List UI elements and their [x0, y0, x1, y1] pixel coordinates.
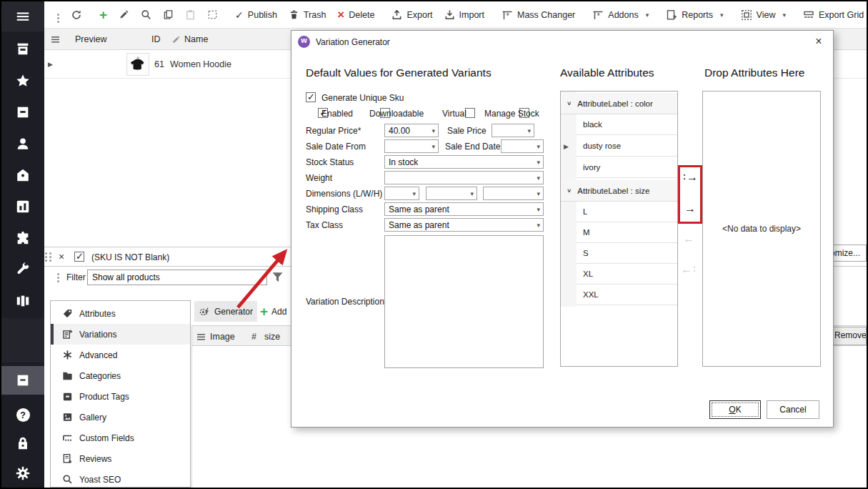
view-dropdown[interactable]: View — [735, 5, 792, 25]
attribute-group-color[interactable]: ∨AttributeLabel : color — [561, 93, 677, 114]
sidebar-item-pages[interactable] — [1, 287, 44, 315]
addons-dropdown[interactable]: *Addons — [587, 5, 654, 25]
column-header-size[interactable]: size — [264, 332, 280, 342]
virtual-checkbox[interactable] — [465, 108, 475, 118]
attribute-item[interactable]: XL — [577, 264, 677, 285]
column-header-image[interactable]: Image — [210, 332, 241, 342]
hamburger-menu-button[interactable] — [1, 1, 44, 31]
generate-sku-checkbox[interactable] — [306, 92, 316, 102]
attribute-group-size[interactable]: ∨AttributeLabel : size — [561, 180, 677, 202]
tab-yoast-seo[interactable]: Yoast SEO — [51, 469, 190, 488]
export-icon — [391, 9, 402, 20]
sidebar-item-reports[interactable] — [1, 192, 44, 221]
attribute-item[interactable]: L — [577, 202, 677, 222]
sidebar-item-settings[interactable] — [1, 459, 44, 488]
document-star-icon — [61, 453, 73, 465]
sidebar-item-license[interactable] — [1, 429, 44, 458]
question-circle-icon: ? — [16, 408, 30, 422]
copy-button[interactable] — [157, 5, 179, 25]
mass-changer-icon: * — [502, 9, 513, 21]
column-header-preview[interactable]: Preview — [75, 34, 106, 44]
mass-changer-button[interactable]: *Mass Changer — [496, 5, 581, 25]
weight-combo[interactable] — [384, 171, 544, 184]
cancel-button[interactable]: Cancel — [767, 400, 819, 419]
paste-button-disabled[interactable] — [179, 5, 201, 25]
move-all-left-button-disabled[interactable]: ←: — [679, 261, 698, 278]
tab-reviews[interactable]: Reviews — [51, 448, 190, 469]
variation-description-textarea[interactable] — [384, 235, 544, 368]
grid-menu-icon[interactable] — [51, 36, 59, 43]
sale-date-from-combo[interactable] — [384, 139, 439, 153]
ok-button[interactable]: OK — [709, 400, 761, 419]
attribute-group-label: AttributeLabel : color — [577, 99, 652, 108]
generator-button[interactable]: Generator — [194, 301, 257, 322]
tab-categories[interactable]: Categories — [51, 365, 190, 386]
sidebar-item-help[interactable]: ? — [1, 400, 44, 429]
remove-button-fragment[interactable]: Remove — [832, 327, 867, 345]
regular-price-combo[interactable]: 40.00 — [384, 124, 439, 137]
sidebar-item-inventory-active[interactable] — [1, 366, 44, 395]
trash-button[interactable]: Trash — [283, 5, 332, 25]
sidebar-item-featured[interactable] — [1, 66, 44, 95]
column-header-number[interactable]: # — [251, 332, 256, 342]
column-header-id[interactable]: ID — [151, 34, 161, 44]
dimension-height-combo[interactable] — [483, 187, 544, 200]
dialog-titlebar[interactable]: Variation Generator × — [291, 31, 833, 52]
product-name: Women Hoodie — [170, 59, 231, 69]
sidebar-item-customers[interactable] — [1, 129, 44, 158]
publish-button[interactable]: ✓Publish — [229, 5, 283, 25]
refresh-button[interactable] — [65, 5, 88, 25]
sidebar-item-plugins[interactable] — [1, 224, 44, 252]
tab-variations[interactable]: Variations — [51, 324, 190, 345]
filter-drag-dots-icon[interactable] — [57, 273, 59, 275]
search-button[interactable] — [135, 5, 157, 25]
product-detail-tabs: Attributes Variations Advanced Categorie… — [50, 300, 191, 488]
attribute-item[interactable]: M — [577, 222, 677, 243]
sku-filter-checkbox[interactable] — [74, 252, 84, 262]
tax-class-combo[interactable]: Same as parent — [384, 218, 544, 232]
tab-advanced[interactable]: Advanced — [51, 345, 190, 365]
edit-button[interactable] — [113, 5, 135, 25]
attribute-item[interactable]: S — [577, 243, 677, 264]
tab-product-tags[interactable]: Product Tags — [51, 386, 190, 407]
tab-gallery[interactable]: Gallery — [51, 407, 190, 428]
shipping-class-combo[interactable]: Same as parent — [384, 202, 544, 216]
funnel-icon[interactable] — [271, 271, 284, 283]
sidebar-item-tools[interactable] — [1, 255, 44, 284]
export-button[interactable]: Export — [386, 5, 438, 25]
toolbar-more-button[interactable] — [51, 5, 65, 25]
column-header-name[interactable]: Name — [184, 34, 208, 44]
puzzle-icon — [15, 230, 31, 246]
sidebar-item-products[interactable] — [1, 161, 44, 189]
import-button[interactable]: Import — [439, 5, 490, 25]
attribute-item-selected[interactable]: dusty rose — [577, 136, 677, 157]
tab-attributes[interactable]: Attributes — [51, 303, 190, 324]
export-grid-label: Export Grid — [819, 10, 864, 20]
drop-attributes-heading: Drop Attributes Here — [704, 66, 804, 79]
reports-dropdown[interactable]: Reports — [660, 5, 729, 25]
attribute-item[interactable]: XXL — [577, 285, 677, 305]
remove-filter-button[interactable]: × — [59, 251, 64, 262]
sidebar-item-orders[interactable] — [1, 98, 44, 127]
dimension-width-combo[interactable] — [426, 187, 477, 200]
add-label: Add — [271, 307, 286, 317]
stock-status-combo[interactable]: In stock — [384, 155, 544, 169]
sale-end-date-label: Sale End Date — [445, 142, 500, 152]
sale-price-combo[interactable] — [492, 124, 534, 137]
export-grid-dropdown[interactable]: Export Grid — [797, 5, 868, 25]
delete-button[interactable]: ×Delete — [331, 5, 380, 25]
sale-end-date-combo[interactable] — [501, 139, 544, 153]
splitter-handle[interactable] — [45, 252, 51, 255]
select-region-button[interactable] — [201, 5, 224, 25]
grid-menu-icon[interactable] — [197, 334, 205, 340]
filter-input[interactable]: Show all products — [87, 270, 267, 285]
attribute-item[interactable]: ivory — [577, 157, 677, 178]
sidebar-item-store[interactable] — [1, 35, 44, 64]
add-product-button[interactable]: + — [94, 5, 113, 25]
tab-custom-fields[interactable]: Custom Fields — [51, 428, 190, 448]
close-icon[interactable]: × — [810, 35, 827, 49]
attribute-item[interactable]: black — [577, 114, 677, 135]
chevron-down-icon: ∨ — [567, 187, 572, 194]
move-left-button-disabled[interactable]: ← — [679, 230, 698, 247]
dimension-length-combo[interactable] — [384, 187, 419, 200]
